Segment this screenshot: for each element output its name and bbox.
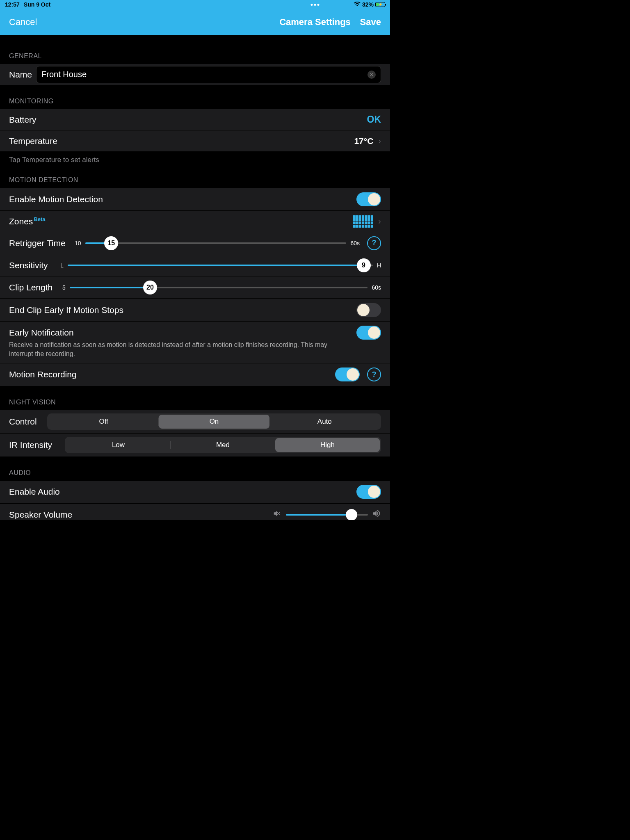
zones-row[interactable]: ZonesBeta › <box>0 211 390 232</box>
battery-icon: ⚡ <box>375 2 385 7</box>
volume-mute-icon <box>273 509 282 520</box>
status-date: Sun 9 Oct <box>24 1 50 8</box>
sensitivity-max: H <box>377 262 381 269</box>
nv-control-auto[interactable]: Auto <box>269 415 380 429</box>
sensitivity-min: L <box>60 262 64 269</box>
nv-control-off[interactable]: Off <box>48 415 159 429</box>
enable-audio-toggle[interactable] <box>356 485 381 499</box>
ir-high[interactable]: High <box>275 438 380 452</box>
temperature-row[interactable]: Temperature 17°C › <box>0 130 390 152</box>
name-input[interactable] <box>41 70 368 79</box>
nv-control-row: Control Off On Auto <box>0 410 390 434</box>
ir-intensity-label: IR Intensity <box>9 440 57 450</box>
section-header-nightvision: Night Vision <box>0 386 390 410</box>
retrigger-max: 60s <box>350 240 360 247</box>
endclip-toggle[interactable] <box>356 303 381 317</box>
retrigger-row: Retrigger Time 10 15 60s ? <box>0 232 390 254</box>
battery-value: OK <box>367 114 381 125</box>
enable-audio-row: Enable Audio <box>0 481 390 504</box>
nv-control-on[interactable]: On <box>159 415 269 429</box>
section-header-audio: Audio <box>0 457 390 481</box>
battery-row: Battery OK <box>0 109 390 130</box>
multitask-dots <box>311 4 320 6</box>
motionrec-label: Motion Recording <box>9 370 77 379</box>
endclip-row: End Clip Early If Motion Stops <box>0 299 390 322</box>
earlynotif-toggle[interactable] <box>356 326 381 340</box>
retrigger-label: Retrigger Time <box>9 238 71 248</box>
cliplength-max: 60s <box>372 284 381 291</box>
cliplength-label: Clip Length <box>9 283 58 292</box>
save-button[interactable]: Save <box>360 17 381 27</box>
status-bar: 12:57 Sun 9 Oct 32% ⚡ <box>0 0 390 9</box>
battery-percent: 32% <box>362 1 374 8</box>
motionrec-toggle[interactable] <box>335 368 360 381</box>
ir-low[interactable]: Low <box>66 438 171 452</box>
zones-grid-icon <box>353 215 373 228</box>
ir-intensity-segmented: Low Med High <box>65 437 381 453</box>
sensitivity-slider[interactable]: 9 <box>68 265 373 266</box>
section-header-motion: Motion Detection <box>0 164 390 188</box>
battery-label: Battery <box>9 115 37 125</box>
cliplength-thumb[interactable]: 20 <box>143 281 157 294</box>
beta-badge: Beta <box>34 216 45 222</box>
cliplength-slider[interactable]: 20 <box>70 287 368 288</box>
zones-label: ZonesBeta <box>9 216 46 226</box>
speaker-volume-label: Speaker Volume <box>9 510 72 520</box>
section-header-general: General <box>0 35 390 64</box>
chevron-right-icon: › <box>378 217 381 226</box>
cliplength-row: Clip Length 5 20 60s <box>0 276 390 299</box>
retrigger-min: 10 <box>75 240 81 247</box>
chevron-right-icon: › <box>378 136 381 146</box>
enable-motion-row: Enable Motion Detection <box>0 188 390 211</box>
retrigger-slider[interactable]: 15 <box>85 242 347 244</box>
speaker-volume-slider[interactable] <box>286 514 368 516</box>
enable-audio-label: Enable Audio <box>9 487 60 497</box>
ir-intensity-row: IR Intensity Low Med High <box>0 434 390 457</box>
page-title: Camera Settings <box>279 17 351 27</box>
endclip-label: End Clip Early If Motion Stops <box>9 305 123 315</box>
name-row: Name ✕ <box>0 64 390 85</box>
temperature-label: Temperature <box>9 136 57 146</box>
temperature-value: 17°C <box>354 136 373 146</box>
retrigger-help-button[interactable]: ? <box>367 236 381 250</box>
sensitivity-row: Sensitivity L 9 H <box>0 254 390 276</box>
enable-motion-toggle[interactable] <box>356 192 381 206</box>
retrigger-thumb[interactable]: 15 <box>104 236 118 250</box>
speaker-volume-row: Speaker Volume <box>0 504 390 520</box>
sensitivity-thumb[interactable]: 9 <box>357 258 371 272</box>
monitoring-footer: Tap Temperature to set alerts <box>0 152 390 164</box>
enable-motion-label: Enable Motion Detection <box>9 194 103 204</box>
motionrec-help-button[interactable]: ? <box>367 368 381 381</box>
name-label: Name <box>9 70 32 80</box>
earlynotif-desc: Receive a notification as soon as motion… <box>9 340 381 359</box>
volume-thumb[interactable] <box>346 509 357 520</box>
cancel-button[interactable]: Cancel <box>9 17 37 27</box>
earlynotif-label: Early Notification <box>9 328 74 338</box>
sensitivity-label: Sensitivity <box>9 260 56 270</box>
nv-control-segmented: Off On Auto <box>47 413 381 430</box>
status-time: 12:57 <box>5 1 20 8</box>
ir-med[interactable]: Med <box>171 438 275 452</box>
motionrec-row: Motion Recording ? <box>0 363 390 386</box>
wifi-icon <box>354 1 361 8</box>
nv-control-label: Control <box>9 417 40 427</box>
section-header-monitoring: Monitoring <box>0 85 390 109</box>
clear-name-button[interactable]: ✕ <box>368 71 376 79</box>
nav-bar: Cancel Camera Settings Save <box>0 9 390 35</box>
earlynotif-row: Early Notification Receive a notificatio… <box>0 322 390 363</box>
volume-up-icon <box>372 509 381 520</box>
cliplength-min: 5 <box>62 284 66 291</box>
